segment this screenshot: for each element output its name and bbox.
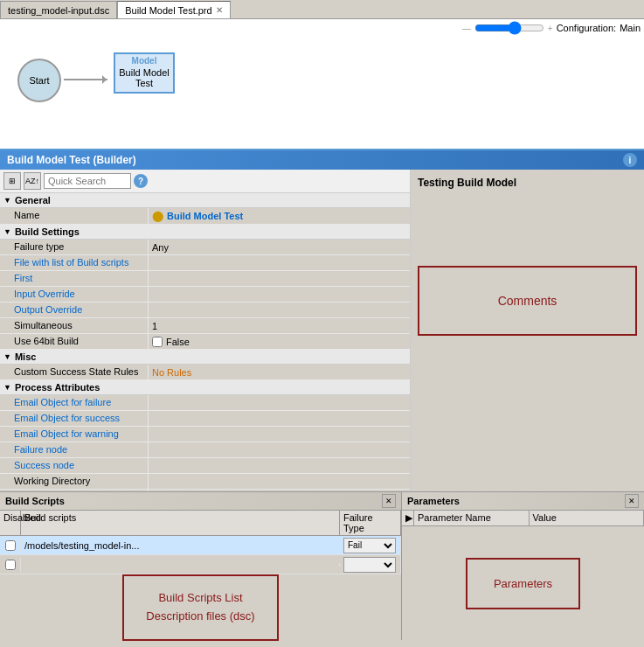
prop-email-success: Email Object for success	[0, 411, 410, 427]
prop-working-dir-value	[149, 474, 410, 489]
flow-arrow	[64, 79, 107, 80]
prop-success-node: Success node	[0, 458, 410, 474]
config-value: Main	[620, 23, 641, 33]
param-placeholder-box: Parameters	[466, 558, 580, 609]
row2-disabled-checkbox[interactable]	[5, 560, 16, 570]
config-bar: — + Configuration: Main	[462, 21, 641, 35]
tab-testing-model[interactable]: testing_model-input.dsc	[0, 1, 117, 18]
section-general[interactable]: ▼ General	[0, 193, 410, 208]
prop-simultaneous-label: Simultaneous	[0, 318, 149, 333]
prop-output-override: Output Override	[0, 303, 410, 318]
tab-close-icon[interactable]: ✕	[216, 5, 223, 15]
failure-type-select-2[interactable]	[343, 557, 396, 573]
model-node[interactable]: Model Build ModelTest	[114, 52, 175, 94]
prop-file-build-label[interactable]: File with list of Build scripts	[0, 255, 149, 270]
prop-default-wd-value	[149, 490, 410, 491]
prop-email-failure-label[interactable]: Email Object for failure	[0, 395, 149, 410]
help-icon[interactable]: ?	[134, 174, 148, 188]
start-node[interactable]: Start	[17, 59, 61, 102]
param-placeholder-text: Parameters	[494, 577, 552, 590]
section-build-settings[interactable]: ▼ Build Settings	[0, 225, 410, 240]
row1-disabled-checkbox[interactable]	[5, 540, 16, 551]
prop-custom-success: Custom Success State Rules No Rules	[0, 365, 410, 380]
build-scripts-close-btn[interactable]: ✕	[382, 494, 396, 508]
parameters-close-btn[interactable]: ✕	[625, 494, 639, 508]
comments-box: Comments	[418, 266, 637, 336]
prop-file-build-value	[149, 255, 410, 270]
prop-name: Name ⬤ Build Model Test	[0, 208, 410, 225]
build-scripts-panel: Build Scripts ✕ Disabled Build scripts F…	[0, 492, 402, 640]
prop-failure-value: Any	[149, 240, 410, 254]
prop-output-value	[149, 303, 410, 317]
canvas-area: — + Configuration: Main Start Model Buil…	[0, 19, 644, 150]
sort-btn-1[interactable]: ⊞	[3, 172, 21, 190]
prop-64bit-value: False	[149, 334, 410, 349]
th-scripts: Build scripts	[21, 511, 340, 535]
right-panel: Testing Build Model Comments	[411, 170, 644, 491]
section-arrow-build: ▼	[3, 227, 11, 236]
prop-email-success-label[interactable]: Email Object for success	[0, 411, 149, 426]
prop-64bit-label: Use 64bit Build	[0, 334, 149, 349]
prop-working-dir: Working Directory	[0, 474, 410, 490]
prop-first: First	[0, 271, 410, 287]
prop-failure-node-label[interactable]: Failure node	[0, 442, 149, 457]
tab-build-model[interactable]: Build Model Test.prd ✕	[117, 1, 230, 18]
prop-working-dir-label: Working Directory	[0, 474, 149, 489]
param-th-name: Parameter Name	[414, 511, 530, 525]
prop-64bit: Use 64bit Build False	[0, 334, 410, 350]
failure-type-select-1[interactable]: Fail	[343, 538, 396, 553]
bottom-area: Build Scripts ✕ Disabled Build scripts F…	[0, 491, 644, 640]
prop-output-label[interactable]: Output Override	[0, 303, 149, 317]
tab-label: testing_model-input.dsc	[8, 5, 109, 16]
build-scripts-header: Build Scripts ✕	[0, 492, 401, 511]
prop-first-value	[149, 271, 410, 286]
prop-simultaneous: Simultaneous 1	[0, 318, 410, 334]
right-panel-title: Testing Build Model	[418, 177, 637, 189]
section-build-label: Build Settings	[15, 226, 80, 237]
comments-label: Comments	[498, 294, 557, 308]
param-th-expand: ▶	[402, 511, 414, 525]
prop-custom-success-label: Custom Success State Rules	[0, 365, 149, 379]
prop-email-warning-value	[149, 427, 410, 442]
param-th-value: Value	[530, 511, 645, 525]
table-row[interactable]: /models/testing_model-in... Fail	[0, 536, 401, 555]
prop-default-wd-label: Default Working Directory	[0, 490, 149, 491]
config-slider[interactable]	[474, 21, 544, 35]
parameters-panel: Parameters ✕ ▶ Parameter Name Value Para…	[402, 492, 644, 640]
td-script-2	[21, 563, 340, 567]
th-failure: FailureType	[340, 511, 401, 535]
build-scripts-title: Build Scripts	[5, 496, 65, 506]
td-failure-1: Fail	[340, 536, 401, 555]
td-failure-2	[340, 555, 401, 574]
th-disabled: Disabled	[0, 511, 21, 535]
prop-input-value	[149, 287, 410, 302]
section-misc[interactable]: ▼ Misc	[0, 350, 410, 365]
props-table: ▼ General Name ⬤ Build Model Test ▼ Buil…	[0, 193, 410, 491]
prop-first-label[interactable]: First	[0, 271, 149, 286]
prop-success-node-label[interactable]: Success node	[0, 458, 149, 473]
section-process-attrs[interactable]: ▼ Process Attributes	[0, 380, 410, 395]
use-64bit-checkbox[interactable]	[152, 337, 163, 347]
scripts-placeholder-text: Build Scripts ListDescription files (dsc…	[146, 591, 254, 623]
prop-failure-type: Failure type Any	[0, 240, 410, 255]
builder-panel: Build Model Test (Builder) i ⊞ AZ↑ ? ▼ G…	[0, 150, 644, 491]
sort-btn-2[interactable]: AZ↑	[24, 172, 41, 190]
toolbar-row: ⊞ AZ↑ ?	[0, 170, 410, 193]
param-table-header: ▶ Parameter Name Value	[402, 511, 644, 526]
model-node-type: Model	[132, 56, 157, 66]
section-process-label: Process Attributes	[15, 382, 100, 393]
prop-name-label: Name	[0, 208, 149, 224]
prop-simultaneous-value: 1	[149, 318, 410, 333]
prop-input-label[interactable]: Input Override	[0, 287, 149, 302]
builder-info-icon[interactable]: i	[623, 153, 637, 167]
builder-content: ⊞ AZ↑ ? ▼ General Name ⬤ Build Model Tes…	[0, 170, 644, 491]
section-arrow-process: ▼	[3, 383, 11, 392]
tab-bar: testing_model-input.dsc Build Model Test…	[0, 0, 644, 19]
prop-failure-label: Failure type	[0, 240, 149, 254]
prop-email-success-value	[149, 411, 410, 426]
table-row[interactable]	[0, 555, 401, 574]
section-misc-label: Misc	[15, 351, 36, 362]
search-input[interactable]	[44, 173, 131, 189]
prop-email-warning-label[interactable]: Email Object for warning	[0, 427, 149, 442]
section-arrow-general: ▼	[3, 196, 11, 205]
